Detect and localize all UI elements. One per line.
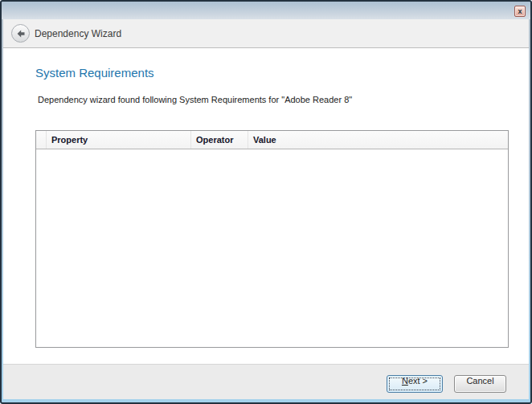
- back-button[interactable]: [11, 24, 30, 43]
- next-button-label-rest: ext >: [408, 376, 428, 386]
- cancel-button[interactable]: Cancel: [454, 375, 506, 393]
- wizard-body: Dependency Wizard System Requirements De…: [3, 19, 529, 399]
- titlebar: x: [0, 0, 532, 19]
- page-description: Dependency wizard found following System…: [38, 95, 352, 104]
- button-bar: Next > Cancel: [3, 364, 529, 399]
- next-button[interactable]: Next >: [387, 375, 443, 393]
- column-header-value[interactable]: Value: [248, 131, 508, 149]
- column-header-operator[interactable]: Operator: [191, 131, 248, 149]
- requirements-table: Property Operator Value: [35, 130, 509, 348]
- page-title: System Requirements: [35, 66, 154, 80]
- wizard-header: Dependency Wizard: [3, 19, 529, 48]
- next-button-mnemonic: N: [402, 376, 408, 386]
- dependency-wizard-window: x Dependency Wizard System Requirements …: [0, 0, 532, 404]
- column-header-spacer: [36, 131, 47, 149]
- arrow-left-icon: [16, 29, 26, 39]
- wizard-title: Dependency Wizard: [35, 19, 121, 48]
- table-header-row: Property Operator Value: [36, 131, 508, 149]
- close-icon[interactable]: x: [514, 6, 526, 17]
- column-header-property[interactable]: Property: [47, 131, 191, 149]
- table-body-empty: [36, 149, 508, 347]
